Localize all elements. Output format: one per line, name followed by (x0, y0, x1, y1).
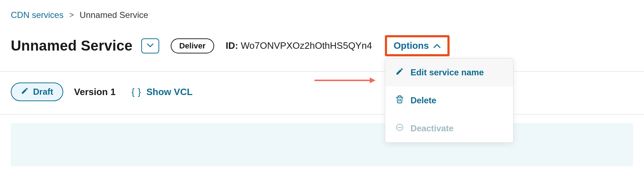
menu-delete[interactable]: Delete (385, 86, 513, 114)
service-id-value: Wo7ONVPXOz2hOthHS5QYn4 (241, 40, 372, 51)
pencil-icon (21, 87, 29, 97)
deliver-badge: Deliver (171, 38, 214, 53)
show-vcl-label: Show VCL (146, 86, 193, 98)
service-title: Unnamed Service (11, 38, 133, 54)
draft-label: Draft (33, 87, 53, 97)
version-label: Version 1 (74, 86, 116, 98)
menu-item-label: Deactivate (410, 123, 454, 133)
draft-button[interactable]: Draft (11, 83, 63, 101)
options-button[interactable]: Options (385, 35, 450, 56)
chevron-up-icon (433, 40, 441, 51)
service-id: ID: Wo7ONVPXOz2hOthHS5QYn4 (226, 40, 372, 51)
menu-item-label: Edit service name (410, 67, 484, 77)
show-vcl-button[interactable]: { } Show VCL (132, 86, 193, 98)
service-header: Unnamed Service Deliver ID: Wo7ONVPXOz2h… (0, 24, 644, 71)
options-label: Options (394, 40, 429, 51)
menu-deactivate: Deactivate (385, 114, 513, 142)
trash-icon (395, 95, 404, 106)
menu-edit-service-name[interactable]: Edit service name (385, 58, 513, 86)
menu-item-label: Delete (410, 95, 436, 105)
minus-circle-icon (395, 123, 404, 134)
version-bar: Draft Version 1 { } Show VCL (0, 72, 644, 114)
options-dropdown: Edit service name Delete Deactivate (385, 58, 514, 143)
service-id-label: ID: (226, 40, 238, 51)
service-switcher-button[interactable] (141, 38, 159, 53)
breadcrumb-root-link[interactable]: CDN services (11, 10, 64, 20)
pencil-icon (395, 67, 404, 78)
info-panel (11, 123, 633, 166)
breadcrumb-separator: > (69, 10, 74, 20)
chevron-down-icon (147, 43, 154, 49)
breadcrumb: CDN services > Unnamed Service (0, 0, 644, 24)
braces-icon: { } (132, 86, 142, 98)
breadcrumb-current: Unnamed Service (80, 10, 148, 20)
